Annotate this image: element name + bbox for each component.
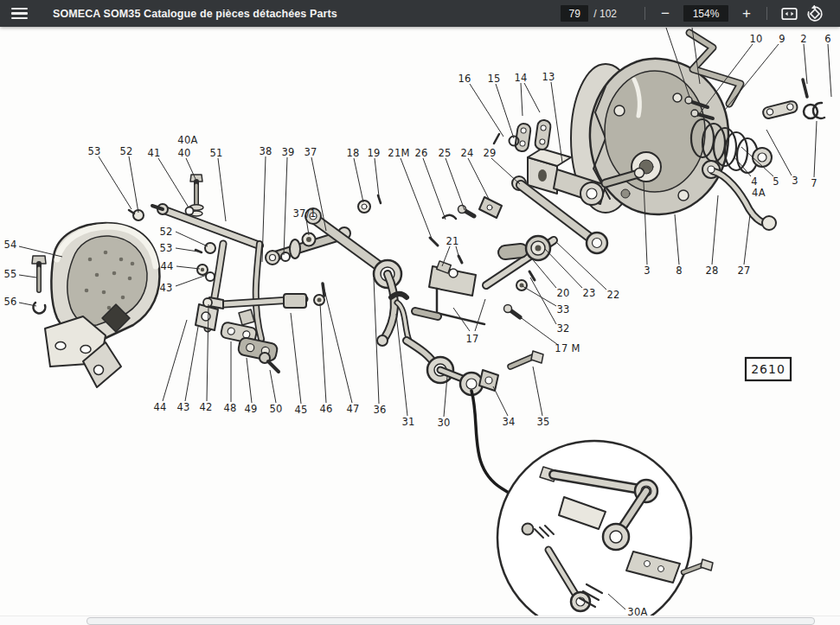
leader-line [814,121,817,177]
part-label: 4A [752,187,766,199]
leader-line [524,83,540,112]
leader-line [176,232,208,246]
menu-icon [11,8,28,19]
part-label: 28 [705,265,718,277]
toolbar-divider [644,7,645,20]
part-label: 38 [259,145,272,157]
horizontal-scrollbar-thumb[interactable] [87,617,815,625]
leader-line [446,158,465,210]
leader-line [712,195,718,265]
rotate-icon [806,5,824,22]
leader-line [129,156,138,213]
leader-line [176,275,207,286]
document-title: SOMECA SOM35 Catalogue de pièces détaché… [53,8,337,20]
zoom-in-button[interactable]: + [735,3,758,25]
part-label: 4 [751,175,758,188]
leader-line [533,367,542,416]
pdf-toolbar: SOMECA SOM35 Catalogue de pièces détaché… [0,0,840,27]
leader-line [247,358,252,403]
part-label: 7 [811,177,818,189]
part-label: 21 [446,235,458,247]
part-label: 52 [159,226,172,238]
part-label: 3 [644,265,651,277]
part-label: 52 [119,145,132,157]
part-label: 46 [319,403,332,415]
leader-line [725,44,779,110]
part-label: 36 [373,404,386,416]
toolbar-divider [766,7,767,20]
leader-line [354,158,363,202]
leader-line [324,290,352,403]
leader-line [521,83,523,116]
part-label: 51 [209,147,222,159]
part-label: 17 [465,333,478,345]
leader-line [496,84,514,138]
part-label: 40A [177,134,197,146]
part-label: 43 [176,401,189,413]
leader-line [291,313,301,404]
part-label: 29 [483,147,496,159]
part-label: 43 [159,282,172,294]
leader-line [284,157,287,255]
part-label: 27 [737,265,750,277]
leader-line [158,158,189,207]
leader-line [270,370,276,403]
part-label: 44 [160,260,173,272]
exploded-parts-diagram: 2610 109261615141344A53753524140A4051383… [0,0,840,625]
fit-to-width-icon [781,7,798,21]
part-label: 31 [401,416,414,428]
part-label: 53 [87,145,100,157]
pdf-page: 2610 109261615141344A53753524140A4051383… [0,27,840,616]
part-label: 8 [676,265,683,277]
part-label: 55 [3,268,16,280]
part-label: 23 [582,287,595,299]
part-label: 37 [304,146,317,158]
zoom-out-button[interactable]: − [654,3,676,25]
leader-line [19,275,36,277]
part-label: 49 [244,403,257,415]
part-label: 24 [460,147,473,159]
part-label: 35 [536,416,549,428]
part-label: 10 [749,33,762,45]
part-label: 54 [3,239,16,251]
page-count-label: / 102 [593,8,617,20]
part-label: 6 [824,33,831,45]
menu-button[interactable] [0,0,38,27]
reference-number: 2610 [751,362,785,376]
leader-line [423,158,446,220]
zoom-level-input[interactable]: 154% [683,5,728,22]
leader-line [551,82,562,163]
horizontal-scrollbar-track[interactable] [0,615,840,625]
leader-line [804,44,807,84]
part-label: 3 [792,175,798,187]
leader-line [530,257,556,288]
leader-line [320,303,326,403]
part-label: 44 [153,401,166,413]
leader-line [218,158,226,221]
fit-to-width-button[interactable] [776,3,802,25]
rotate-button[interactable] [802,3,828,25]
part-label: 53 [159,242,172,254]
leader-line [523,286,556,306]
part-label: 41 [147,147,160,159]
part-label: 56 [3,296,16,308]
leader-line [375,158,379,196]
leader-line [493,386,508,416]
part-label: 20 [556,287,569,299]
page-number-input[interactable]: 79 [561,5,588,22]
diagram-artwork [32,33,824,625]
part-label: 2 [800,33,807,45]
part-label: 16 [458,73,471,85]
part-label: 15 [487,73,500,85]
leader-line [491,158,520,184]
part-label: 22 [606,289,619,301]
leader-line [468,158,490,201]
leader-line [516,314,558,345]
leader-line [163,320,187,401]
part-label: 19 [367,147,380,159]
leader-line [675,214,679,265]
leader-line [545,249,582,288]
part-label: 17 M [555,342,580,354]
part-label: 37/1 [292,207,316,220]
part-label: 21M [388,147,409,159]
